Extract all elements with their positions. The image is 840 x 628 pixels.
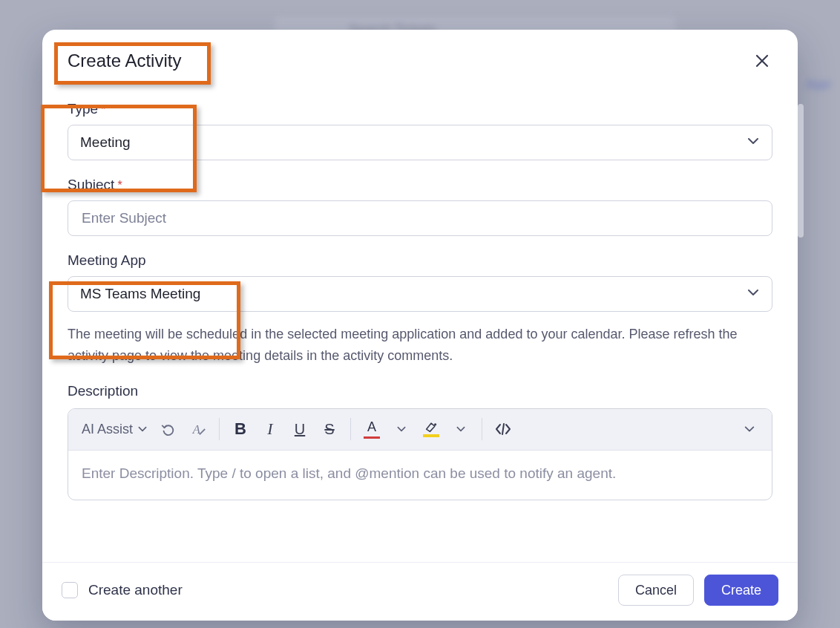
clear-format-button[interactable]: A (183, 414, 213, 444)
more-tools-button[interactable] (735, 414, 764, 444)
cancel-button[interactable]: Cancel (618, 575, 694, 606)
create-another-wrap: Create another (62, 582, 183, 598)
highlight-icon (423, 421, 439, 437)
ai-assist-label: AI Assist (82, 422, 133, 437)
code-button[interactable] (488, 414, 518, 444)
chevron-down-icon (396, 424, 407, 434)
strikethrough-icon: S (324, 421, 334, 438)
type-select[interactable]: Meeting (68, 125, 772, 160)
chevron-down-icon (747, 134, 760, 151)
clear-format-icon: A (190, 421, 206, 437)
undo-icon (160, 421, 177, 437)
highlight-button[interactable] (416, 414, 446, 444)
text-color-button[interactable]: A (357, 414, 387, 444)
highlight-dropdown[interactable] (446, 414, 476, 444)
italic-button[interactable]: I (255, 414, 285, 444)
footer-actions: Cancel Create (618, 575, 778, 606)
description-editor: AI Assist A B I U S A (68, 408, 772, 500)
modal-scrollbar[interactable] (798, 104, 804, 238)
code-icon (494, 422, 512, 436)
bold-button[interactable]: B (226, 414, 255, 444)
close-button[interactable] (752, 50, 772, 71)
underline-button[interactable]: U (285, 414, 315, 444)
close-icon (755, 54, 769, 68)
editor-toolbar: AI Assist A B I U S A (68, 409, 772, 451)
type-select-value: Meeting (80, 134, 131, 151)
modal-body: Type* Meeting Subject* Meeting App MS Te… (42, 77, 798, 562)
ai-assist-button[interactable]: AI Assist (76, 414, 154, 444)
strikethrough-button[interactable]: S (315, 414, 344, 444)
toolbar-divider (219, 418, 220, 440)
toolbar-divider (350, 418, 351, 440)
underline-icon: U (295, 421, 305, 438)
field-meeting-app: Meeting App MS Teams Meeting The meeting… (68, 252, 772, 367)
subject-label: Subject (68, 177, 114, 193)
bold-icon: B (234, 419, 246, 439)
meeting-app-helper: The meeting will be scheduled in the sel… (68, 324, 772, 367)
field-description: Description AI Assist A B I (68, 383, 772, 500)
text-color-icon: A (364, 419, 380, 439)
chevron-down-icon (456, 424, 466, 434)
create-button[interactable]: Create (704, 575, 778, 606)
subject-input-wrap (68, 200, 772, 236)
meeting-app-label: Meeting App (68, 252, 146, 269)
chevron-down-icon (747, 286, 760, 303)
chevron-down-icon (744, 423, 755, 435)
description-textarea[interactable]: Enter Description. Type / to open a list… (68, 451, 772, 500)
modal-title: Create Activity (68, 50, 181, 71)
text-color-dropdown[interactable] (387, 414, 416, 444)
modal-footer: Create another Cancel Create (42, 562, 798, 621)
modal-header: Create Activity (42, 30, 798, 77)
description-label: Description (68, 383, 138, 399)
type-label: Type (68, 101, 98, 117)
toolbar-divider (482, 418, 482, 440)
field-subject: Subject* (68, 177, 772, 236)
meeting-app-select-value: MS Teams Meeting (80, 286, 200, 302)
create-another-checkbox[interactable] (62, 582, 78, 598)
type-required-icon: * (101, 103, 105, 116)
svg-line-1 (200, 429, 205, 434)
subject-input[interactable] (80, 201, 760, 235)
undo-button[interactable] (154, 414, 183, 444)
svg-point-2 (434, 423, 436, 425)
italic-icon: I (267, 419, 272, 439)
create-activity-modal: Create Activity Type* Meeting Subject* M… (42, 30, 798, 621)
field-type: Type* Meeting (68, 101, 772, 160)
meeting-app-select[interactable]: MS Teams Meeting (68, 276, 772, 312)
create-another-label: Create another (88, 582, 183, 598)
subject-required-icon: * (117, 179, 122, 192)
chevron-down-icon (137, 424, 148, 434)
